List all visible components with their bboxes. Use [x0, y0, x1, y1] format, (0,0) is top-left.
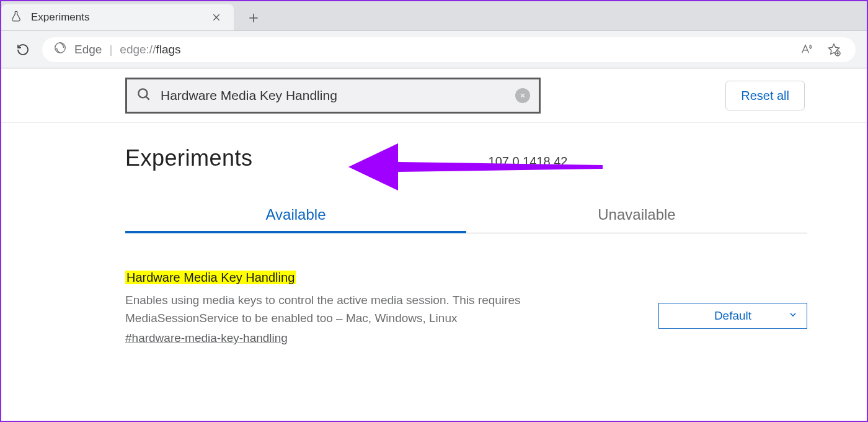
flags-topbar: Reset all [1, 69, 867, 123]
tab-strip: Experiments [1, 1, 867, 31]
url-main: flags [156, 43, 180, 56]
tab-unavailable[interactable]: Unavailable [466, 206, 807, 233]
flag-description: Enables using media keys to control the … [125, 291, 559, 328]
tabs: Available Unavailable [125, 206, 807, 233]
tab-title: Experiments [31, 11, 199, 24]
close-tab-button[interactable] [208, 9, 225, 26]
page-title: Experiments [125, 145, 253, 171]
flag-title: Hardware Media Key Handling [125, 271, 296, 284]
address-brand: Edge [74, 43, 102, 56]
svg-point-2 [138, 89, 147, 97]
url-prefix: edge:// [120, 43, 156, 56]
reset-all-button[interactable]: Reset all [725, 81, 805, 110]
flask-icon [10, 10, 22, 25]
page-content: Reset all Experiments 107.0.1418.42 Avai… [1, 68, 867, 421]
browser-toolbar: Edge | edge://flags [1, 31, 867, 68]
chevron-down-icon [788, 309, 798, 323]
browser-tab[interactable]: Experiments [1, 4, 234, 30]
edge-logo-icon [53, 41, 67, 58]
flag-select-value: Default [714, 309, 751, 323]
search-input[interactable] [161, 88, 507, 103]
version-label: 107.0.1418.42 [489, 155, 568, 169]
read-aloud-icon[interactable] [795, 39, 816, 60]
flag-anchor-link[interactable]: #hardware-media-key-handling [125, 331, 288, 345]
flag-row: Hardware Media Key Handling Enables usin… [125, 271, 807, 345]
address-bar[interactable]: Edge | edge://flags [42, 37, 856, 62]
search-box[interactable] [125, 78, 541, 114]
flag-state-select[interactable]: Default [658, 303, 807, 329]
address-separator: | [109, 43, 112, 56]
new-tab-button[interactable] [241, 6, 266, 30]
refresh-button[interactable] [12, 39, 33, 60]
favorites-icon[interactable] [823, 39, 844, 60]
tab-available[interactable]: Available [125, 206, 466, 233]
search-icon [136, 86, 152, 105]
clear-search-button[interactable] [515, 88, 530, 103]
